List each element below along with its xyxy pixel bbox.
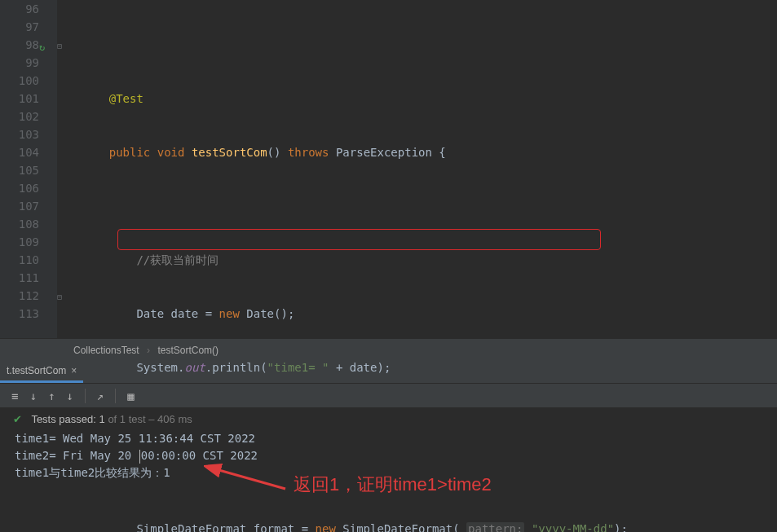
string-token: "yyyy-MM-dd"	[524, 522, 614, 532]
code-token: Date date =	[136, 307, 219, 320]
line-number: 99	[0, 54, 39, 72]
line-number: 112	[0, 287, 39, 305]
line-number: 104	[0, 143, 39, 161]
keyword-token: throws	[288, 146, 329, 159]
code-editor: 96 97 98 99 100 101 102 103 104 105 106 …	[0, 0, 777, 338]
comment-token: //获取当前时间	[136, 253, 219, 266]
run-gutter-icon[interactable]: ↻	[39, 38, 45, 56]
run-tab[interactable]: t.testSortCom ×	[0, 361, 83, 383]
down-icon[interactable]: ↓	[66, 389, 73, 402]
code-text-area[interactable]: @Test public void testSortCom() throws P…	[57, 0, 777, 338]
line-number: 97	[0, 18, 39, 36]
console-output[interactable]: time1= Wed May 25 11:36:44 CST 2022 time…	[0, 430, 777, 481]
line-number: 105	[0, 161, 39, 179]
param-hint: pattern:	[466, 522, 524, 532]
field-token: out	[184, 361, 205, 374]
method-name-token: testSortCom	[192, 146, 267, 159]
line-number: 111	[0, 269, 39, 287]
keyword-token: new	[219, 307, 240, 320]
console-text: 00:00:00 CST 2022	[141, 449, 258, 462]
annotation-label: 返回1，证明time1>time2	[294, 476, 492, 493]
keyword-token: void	[157, 146, 185, 159]
filter-icon[interactable]: ≡	[11, 389, 18, 402]
keyword-token: public	[109, 146, 151, 159]
code-token: System.	[136, 361, 184, 374]
checkmark-icon: ✔	[13, 413, 22, 425]
line-number: 109	[0, 233, 39, 251]
line-number: 101	[0, 90, 39, 108]
console-line: time1= Wed May 25 11:36:44 CST 2022	[15, 430, 777, 447]
code-token: );	[614, 522, 628, 532]
code-token: .println(	[205, 361, 267, 374]
console-line: time2= Fri May 20 00:00:00 CST 2022	[15, 447, 777, 464]
close-icon[interactable]: ×	[71, 365, 77, 376]
code-token: + date);	[329, 361, 391, 374]
line-number: 110	[0, 251, 39, 269]
keyword-token: new	[316, 522, 336, 532]
tab-label: t.testSortCom	[7, 365, 66, 376]
line-number: 108	[0, 215, 39, 233]
line-number: 98	[0, 36, 39, 54]
line-number: 106	[0, 179, 39, 197]
string-token: "time1= "	[267, 361, 329, 374]
line-number: 100	[0, 72, 39, 90]
line-number: 107	[0, 197, 39, 215]
highlight-box-annotation	[117, 229, 601, 250]
import-icon[interactable]: ↓	[29, 389, 36, 402]
annotation-token: @Test	[109, 92, 143, 105]
code-token: Date();	[240, 307, 294, 320]
text-cursor	[139, 450, 140, 464]
line-number-gutter: 96 97 98 99 100 101 102 103 104 105 106 …	[0, 0, 57, 338]
code-token: SimpleDateFormat(	[336, 522, 466, 532]
line-number: 96	[0, 0, 39, 18]
console-text: time2= Fri May 20	[15, 449, 139, 462]
identifier-token: ParseException {	[336, 146, 446, 159]
line-number: 102	[0, 108, 39, 125]
code-token: SimpleDateFormat format =	[136, 522, 315, 532]
line-number: 113	[0, 305, 39, 323]
line-number: 103	[0, 125, 39, 143]
export-icon[interactable]: ↑	[48, 389, 55, 402]
